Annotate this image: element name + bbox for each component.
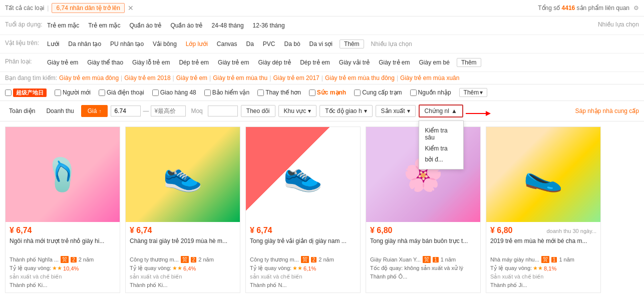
sort-price-arrow: ↑ bbox=[99, 108, 101, 114]
product-extra-4: doanh thu 30 ngày... bbox=[547, 228, 597, 234]
material-filter-row: Vật liệu trên: Lưới Da nhân tạo PU nhân … bbox=[0, 35, 644, 54]
red-arrow-annotation bbox=[466, 108, 491, 120]
product-card-0[interactable]: 🩴 ¥ 6,74 Ngôi nhà mới trượt trẻ nhỏ giày… bbox=[5, 126, 120, 293]
material-filter-label: Vật liệu trên: bbox=[5, 38, 45, 46]
shop-name-0: Thành phố Nghĩa ... bbox=[10, 256, 59, 263]
delivery-label: Giao hàng 48 bbox=[160, 89, 196, 96]
cat-tag-4[interactable]: Giày trẻ em bbox=[216, 58, 251, 67]
shop-name-1: Công ty thương m... bbox=[130, 256, 179, 263]
age-tag-1[interactable]: Trẻ em mặc bbox=[86, 21, 122, 30]
product-price-4: ¥ 6,80 bbox=[490, 226, 512, 235]
cat-tag-3[interactable]: Dép trẻ em bbox=[177, 58, 211, 67]
product-shop-2: Công ty thương m... 贸 2 2 năm bbox=[250, 256, 356, 263]
chevron-down-icon: ▾ bbox=[480, 89, 483, 96]
cert-dropdown-container: Chứng nl ▲ Kiểm tra sâu Kiểm tra bởi đ..… bbox=[419, 104, 463, 118]
tag-more-btn[interactable]: Thêm ▾ bbox=[459, 88, 488, 97]
age-filter-label: Tuổi áp dụng: bbox=[5, 19, 45, 28]
price-min-input[interactable] bbox=[111, 106, 141, 116]
product-title-1: Chàng trai giày trẻ 2019 mùa hè m... bbox=[130, 237, 236, 253]
checkbox-strength[interactable]: Sức mạnh bbox=[309, 89, 346, 96]
follow-btn[interactable]: Theo dõi bbox=[241, 105, 275, 117]
moq-input[interactable] bbox=[208, 106, 238, 116]
checkbox-phone-price[interactable]: Giá điện thoại bbox=[99, 89, 144, 96]
manufacturer-btn[interactable]: Sản xuất ▾ bbox=[376, 105, 416, 117]
product-grid: 🩴 ¥ 6,74 Ngôi nhà mới trượt trẻ nhỏ giày… bbox=[0, 122, 644, 306]
checkbox-insurance[interactable]: Bảo hiểm vận bbox=[204, 89, 249, 96]
material-tag-8[interactable]: Da bò bbox=[282, 40, 302, 48]
search-suggestions: Bạn đang tìm kiếm: Giày trẻ em mùa đông … bbox=[0, 72, 644, 84]
product-card-4[interactable]: 🥿 ¥ 6,80 doanh thu 30 ngày... 2019 trẻ e… bbox=[486, 126, 601, 293]
product-city-1: Thành phố Ki... bbox=[130, 282, 236, 288]
search-link-1[interactable]: Giày trẻ em 2018 bbox=[124, 74, 170, 82]
search-link-3[interactable]: Giày trẻ em mùa thu bbox=[213, 74, 267, 82]
category-filter-label: Phân loại: bbox=[5, 56, 45, 65]
product-shop-1: Công ty thương m... 贸 2 2 năm bbox=[130, 256, 236, 263]
category-more-btn[interactable]: Thêm bbox=[457, 58, 481, 67]
price-max-input[interactable] bbox=[151, 106, 186, 116]
checkbox-supply[interactable]: Cung cấp trạm bbox=[354, 89, 402, 96]
cat-tag-5[interactable]: Giày dép trẻ bbox=[256, 58, 293, 67]
material-tag-5[interactable]: Canvas bbox=[215, 40, 239, 48]
cat-tag-8[interactable]: Giày trẻ em bbox=[377, 58, 412, 67]
active-filter-tag[interactable]: 6,74 nhân dân tệ trở lên bbox=[52, 3, 124, 13]
material-tag-6[interactable]: Da bbox=[244, 40, 256, 48]
checkbox-super-promo[interactable]: 超级产地日 bbox=[5, 88, 47, 97]
sort-all-btn[interactable]: Toàn diện bbox=[5, 106, 39, 116]
material-tag-7[interactable]: PVC bbox=[261, 40, 277, 48]
age-tag-0[interactable]: Trẻ em mặc bbox=[45, 21, 81, 30]
material-tag-9[interactable]: Da vi sợi bbox=[307, 40, 335, 48]
sort-price-btn[interactable]: Giá ↑ bbox=[81, 105, 108, 117]
search-link-4[interactable]: Giày trẻ em 2017 bbox=[273, 74, 319, 82]
cert-option-3[interactable]: bởi đ... bbox=[425, 154, 457, 165]
checkbox-import[interactable]: Nguồn nhập bbox=[410, 89, 451, 96]
moq-label: Moq bbox=[191, 108, 202, 114]
strength-label: Sức mạnh bbox=[317, 89, 346, 96]
shop-years-1: 2 năm bbox=[198, 256, 214, 262]
checkbox-new-user[interactable]: Người mới bbox=[55, 89, 91, 96]
shop-name-3: Giày Ruian Xuan Y... bbox=[370, 256, 421, 262]
age-tag-4[interactable]: 24-48 tháng bbox=[210, 21, 246, 30]
material-tag-2[interactable]: PU nhân tạo bbox=[108, 40, 146, 48]
shop-badge1-4: 贸 bbox=[541, 256, 549, 263]
price-range-separator: — bbox=[143, 108, 149, 114]
age-filter-row: Tuổi áp dụng: Trẻ em mặc Trẻ em mặc Quần… bbox=[0, 16, 644, 35]
delivery-speed-btn[interactable]: Tốc độ giao h ▾ bbox=[319, 105, 372, 117]
cert-option-2[interactable]: Kiểm tra bbox=[425, 143, 457, 154]
cat-tag-9[interactable]: Giày em bé bbox=[417, 58, 452, 67]
material-more-btn[interactable]: Thêm bbox=[340, 40, 364, 48]
checkbox-delivery[interactable]: Giao hàng 48 bbox=[152, 89, 196, 96]
shop-years-2: 2 năm bbox=[318, 256, 334, 262]
sort-sales-btn[interactable]: Doanh thu bbox=[42, 106, 78, 116]
cat-tag-7[interactable]: Giày vải trẻ bbox=[337, 58, 372, 67]
material-tag-0[interactable]: Lưới bbox=[45, 40, 61, 48]
cert-option-1[interactable]: Kiểm tra sâu bbox=[425, 125, 457, 143]
settings-icon[interactable]: ⚙ bbox=[633, 4, 639, 12]
close-filter-icon[interactable]: ✕ bbox=[128, 4, 134, 12]
search-link-6[interactable]: Giày trẻ em mùa xuân bbox=[400, 74, 459, 82]
product-card-1[interactable]: 👟 ¥ 6,74 Chàng trai giày trẻ 2019 mùa hè… bbox=[125, 126, 240, 293]
cat-tag-0[interactable]: Giày trẻ em bbox=[45, 58, 80, 67]
phone-price-label: Giá điện thoại bbox=[107, 89, 144, 96]
age-tag-3[interactable]: Quần áo trẻ bbox=[168, 21, 204, 30]
material-tag-3[interactable]: Vải bông bbox=[151, 40, 179, 48]
checkbox-replace[interactable]: Thay thế hơn bbox=[257, 89, 301, 96]
merge-suppliers-btn[interactable]: Sáp nhập nhà cung cấp bbox=[575, 108, 639, 114]
search-link-5[interactable]: Giày trẻ em mùa thu đông bbox=[325, 74, 395, 82]
search-link-2[interactable]: Giày trẻ em bbox=[176, 74, 207, 82]
product-shop-3: Giày Ruian Xuan Y... 贸 1 1 năm bbox=[370, 256, 476, 263]
material-tag-4[interactable]: Lớp lưới bbox=[184, 40, 210, 48]
cat-tag-6[interactable]: Dép trẻ em bbox=[298, 58, 332, 67]
cert-btn[interactable]: Chứng nl ▲ bbox=[419, 104, 463, 118]
region-btn[interactable]: Khu vực ▾ bbox=[278, 105, 317, 117]
product-card-2[interactable]: 👟 ¥ 6,74 Tong giày trẻ vải giản dị giày … bbox=[245, 126, 361, 293]
cat-tag-2[interactable]: Giày lỗ trẻ em bbox=[130, 58, 172, 67]
nhiêu-lực-chọn[interactable]: Nhiều lựa chọn bbox=[598, 21, 639, 30]
age-tag-2[interactable]: Quần áo trẻ bbox=[127, 21, 163, 30]
cat-tag-1[interactable]: Giày thể thao bbox=[85, 58, 125, 67]
shop-badge1-2: 贸 bbox=[301, 256, 309, 263]
material-nhiêu[interactable]: Nhiều lựa chọn bbox=[371, 40, 412, 48]
search-link-0[interactable]: Giày trẻ em mùa đông bbox=[59, 74, 119, 82]
product-title-0: Ngôi nhà mới trượt trẻ nhỏ giày hi... bbox=[10, 237, 116, 253]
age-tag-5[interactable]: 12-36 tháng bbox=[251, 21, 287, 30]
material-tag-1[interactable]: Da nhân tạo bbox=[66, 40, 103, 48]
